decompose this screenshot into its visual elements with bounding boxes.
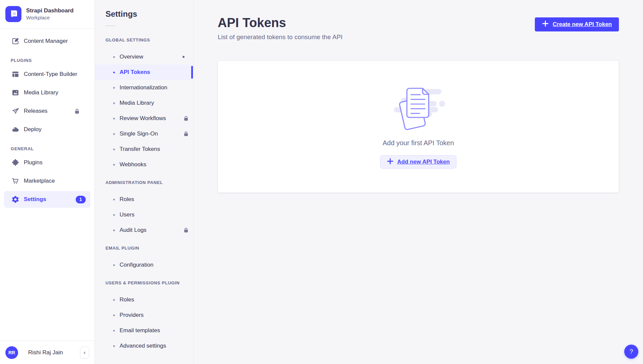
bullet-icon — [113, 149, 115, 150]
active-indicator-bar — [191, 66, 193, 79]
sidebar-item-label: Plugins — [24, 159, 43, 166]
sidebar-item-deploy[interactable]: Deploy — [4, 121, 90, 138]
subnav-item-label: Audit Logs — [120, 227, 146, 234]
create-button-label: Create new API Token — [553, 21, 612, 28]
cart-icon — [11, 177, 19, 185]
strapi-admin-app: Strapi Dashboard Workplace Content Manag… — [0, 0, 643, 364]
bullet-icon — [113, 314, 115, 316]
add-new-api-token-button[interactable]: Add new API Token — [380, 155, 456, 169]
subnav-item-label: Transfer Tokens — [120, 146, 160, 153]
bullet-icon — [113, 199, 115, 200]
subnav-section-users-permissions-plugin: USERS & PERMISSIONS PLUGIN — [95, 280, 193, 286]
image-icon — [11, 89, 19, 97]
subnav-title: Settings — [95, 9, 193, 19]
bullet-icon — [113, 102, 115, 104]
subnav-item-label: Roles — [120, 196, 134, 203]
sidebar-item-label: Media Library — [24, 89, 58, 96]
lock-icon — [74, 108, 80, 114]
settings-nav-item-roles-admin[interactable]: Roles — [95, 192, 193, 207]
bullet-icon — [113, 330, 115, 332]
bullet-icon — [113, 72, 115, 73]
subnav-item-label: Advanced settings — [120, 343, 166, 349]
settings-notification-badge: 1 — [76, 196, 86, 203]
bullet-icon — [113, 118, 115, 119]
workspace-switcher[interactable]: Strapi Dashboard Workplace — [0, 0, 94, 28]
main-content: API Tokens List of generated tokens to c… — [194, 0, 643, 364]
subnav-item-label: Internationalization — [120, 84, 167, 91]
plus-icon — [387, 158, 394, 166]
bullet-icon — [113, 56, 115, 58]
add-button-label: Add new API Token — [397, 159, 450, 165]
sidebar-item-label: Releases — [24, 108, 48, 114]
settings-nav-item-media-library[interactable]: Media Library — [95, 95, 193, 111]
subnav-section-administration-panel: ADMINISTRATION PANEL — [95, 180, 193, 185]
settings-nav-item-configuration[interactable]: Configuration — [95, 257, 193, 273]
subnav-title-divider — [105, 25, 115, 26]
subnav-item-label: Users — [120, 211, 134, 218]
subnav-item-label: Media Library — [120, 100, 154, 106]
settings-nav-item-providers[interactable]: Providers — [95, 307, 193, 323]
sidebar-section-plugins: PLUGINS — [0, 58, 94, 63]
sidebar-item-label: Deploy — [24, 126, 42, 133]
subnav-item-label: Email templates — [120, 327, 160, 334]
sidebar-footer: RR Rishi Raj Jain ‹ — [0, 341, 94, 364]
feather-icon — [11, 37, 19, 45]
main-sidebar: Strapi Dashboard Workplace Content Manag… — [0, 0, 95, 364]
api-tokens-empty-state-card: Add your first API Token Add new API Tok… — [218, 61, 619, 193]
subnav-item-label: Roles — [120, 296, 134, 303]
settings-nav-item-transfer-tokens[interactable]: Transfer Tokens — [95, 142, 193, 157]
bullet-icon — [113, 230, 115, 231]
settings-nav-item-internationalization[interactable]: Internationalization — [95, 80, 193, 95]
strapi-logo-icon — [5, 6, 21, 22]
settings-nav-item-users[interactable]: Users — [95, 207, 193, 222]
lock-icon — [184, 227, 189, 233]
subnav-item-label: Review Workflows — [120, 115, 166, 122]
avatar[interactable]: RR — [5, 346, 18, 359]
user-name: Rishi Raj Jain — [28, 349, 63, 356]
bullet-icon — [113, 264, 115, 266]
settings-nav-item-webhooks[interactable]: Webhooks — [95, 157, 193, 172]
settings-nav-item-review-workflows[interactable]: Review Workflows — [95, 111, 193, 126]
subnav-item-label: API Tokens — [120, 69, 150, 76]
sidebar-item-releases[interactable]: Releases — [4, 103, 90, 119]
bullet-icon — [113, 164, 115, 166]
settings-nav-item-roles-up[interactable]: Roles — [95, 292, 193, 307]
sidebar-item-media-library[interactable]: Media Library — [4, 84, 90, 101]
documents-icon — [388, 85, 449, 132]
chevron-left-icon: ‹ — [84, 350, 86, 355]
create-new-api-token-button[interactable]: Create new API Token — [535, 17, 619, 31]
paper-plane-icon — [11, 107, 19, 115]
bullet-icon — [113, 345, 115, 347]
lock-icon — [184, 131, 189, 136]
settings-nav-item-overview[interactable]: Overview — [95, 49, 193, 65]
subnav-item-label: Webhooks — [120, 161, 146, 168]
sidebar-item-content-type-builder[interactable]: Content-Type Builder — [4, 66, 90, 83]
help-button[interactable]: ? — [624, 345, 638, 359]
sidebar-nav: Content Manager PLUGINS Content-Type Bui… — [0, 28, 94, 209]
settings-nav-item-single-sign-on[interactable]: Single Sign-On — [95, 126, 193, 142]
question-icon: ? — [630, 348, 633, 355]
sidebar-item-marketplace[interactable]: Marketplace — [4, 173, 90, 189]
subnav-item-label: Single Sign-On — [120, 130, 158, 137]
cloud-icon — [11, 125, 19, 133]
settings-nav-item-advanced-settings[interactable]: Advanced settings — [95, 338, 193, 354]
sidebar-item-plugins[interactable]: Plugins — [4, 154, 90, 171]
sidebar-item-label: Settings — [24, 196, 46, 203]
gear-icon — [11, 195, 19, 203]
layout-icon — [11, 70, 19, 78]
settings-nav-item-audit-logs[interactable]: Audit Logs — [95, 222, 193, 238]
sidebar-item-settings[interactable]: Settings 1 — [4, 191, 90, 208]
settings-nav-item-email-templates[interactable]: Email templates — [95, 323, 193, 338]
collapse-sidebar-button[interactable]: ‹ — [80, 347, 89, 358]
bullet-icon — [113, 214, 115, 216]
sidebar-item-label: Content Manager — [24, 38, 68, 44]
puzzle-icon — [11, 159, 19, 167]
settings-nav-item-api-tokens[interactable]: API Tokens — [95, 65, 193, 80]
settings-subnav: Settings GLOBAL SETTINGS Overview API To… — [95, 0, 194, 364]
sidebar-item-label: Marketplace — [24, 178, 55, 184]
brand-logo-icon — [8, 9, 18, 19]
brand-workspace: Workplace — [26, 15, 74, 21]
bullet-icon — [113, 133, 115, 135]
subnav-section-global-settings: GLOBAL SETTINGS — [95, 37, 193, 43]
sidebar-item-content-manager[interactable]: Content Manager — [4, 33, 90, 50]
